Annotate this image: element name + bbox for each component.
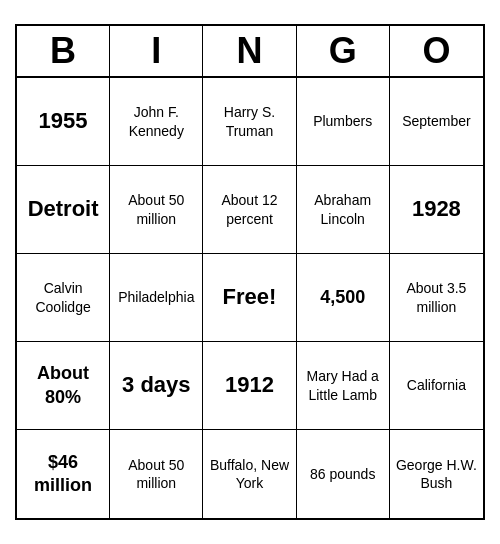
bingo-cell: John F. Kennedy	[110, 78, 203, 166]
header-letter: O	[390, 26, 483, 76]
header-letter: N	[203, 26, 296, 76]
header-letter: I	[110, 26, 203, 76]
bingo-cell: 3 days	[110, 342, 203, 430]
header-letter: B	[17, 26, 110, 76]
bingo-cell: California	[390, 342, 483, 430]
bingo-cell: Plumbers	[297, 78, 390, 166]
bingo-cell: September	[390, 78, 483, 166]
bingo-cell: About 3.5 million	[390, 254, 483, 342]
bingo-cell: About 50 million	[110, 166, 203, 254]
bingo-cell: George H.W. Bush	[390, 430, 483, 518]
bingo-cell: Abraham Lincoln	[297, 166, 390, 254]
bingo-cell: 4,500	[297, 254, 390, 342]
bingo-cell: 1912	[203, 342, 296, 430]
bingo-grid: 1955John F. KennedyHarry S. TrumanPlumbe…	[17, 78, 483, 518]
bingo-cell: Free!	[203, 254, 296, 342]
bingo-cell: Harry S. Truman	[203, 78, 296, 166]
bingo-cell: 1955	[17, 78, 110, 166]
bingo-cell: Philadelphia	[110, 254, 203, 342]
bingo-cell: 1928	[390, 166, 483, 254]
bingo-cell: Calvin Coolidge	[17, 254, 110, 342]
bingo-cell: About 80%	[17, 342, 110, 430]
bingo-cell: About 50 million	[110, 430, 203, 518]
bingo-cell: Buffalo, New York	[203, 430, 296, 518]
header-letter: G	[297, 26, 390, 76]
bingo-cell: Detroit	[17, 166, 110, 254]
bingo-header: BINGO	[17, 26, 483, 78]
bingo-cell: About 12 percent	[203, 166, 296, 254]
bingo-cell: 86 pounds	[297, 430, 390, 518]
bingo-cell: $46 million	[17, 430, 110, 518]
bingo-cell: Mary Had a Little Lamb	[297, 342, 390, 430]
bingo-card: BINGO 1955John F. KennedyHarry S. Truman…	[15, 24, 485, 520]
